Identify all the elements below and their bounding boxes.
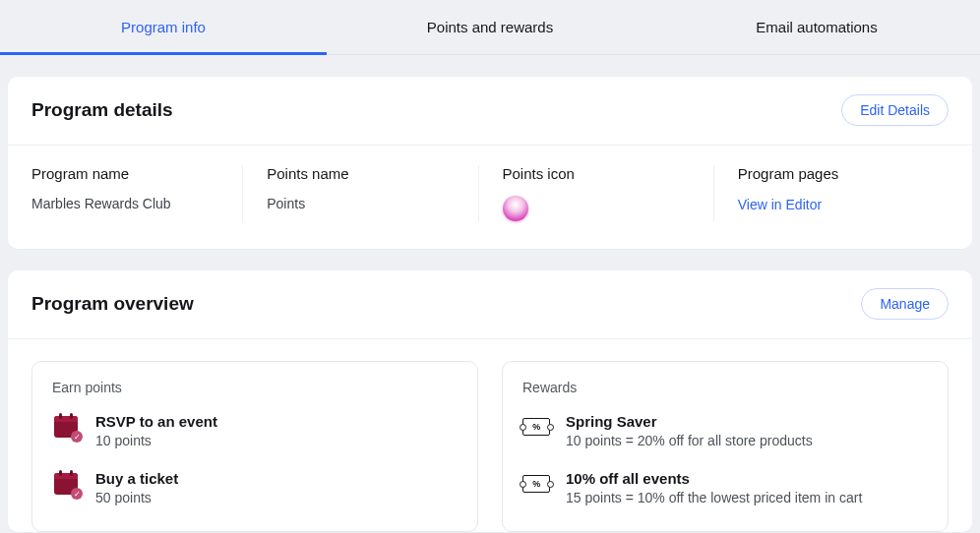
edit-details-button[interactable]: Edit Details	[841, 94, 949, 126]
field-label: Points icon	[503, 165, 690, 182]
field-value: Marbles Rewards Club	[31, 196, 218, 211]
list-item-subtitle: 10 points	[95, 433, 458, 448]
tab-program-info[interactable]: Program info	[0, 0, 327, 54]
tab-label: Program info	[121, 19, 206, 35]
coupon-icon: %	[522, 413, 550, 441]
list-item-title: 10% off all events	[566, 470, 928, 487]
manage-button[interactable]: Manage	[861, 288, 949, 320]
earn-points-card: Earn points ✓ RSVP to an event 10 points	[31, 361, 478, 532]
tab-label: Points and rewards	[427, 19, 553, 35]
col-points-name: Points name Points	[242, 165, 477, 221]
points-icon	[503, 196, 528, 221]
page-tabs: Program info Points and rewards Email au…	[0, 0, 980, 55]
program-details-card: Program details Edit Details Program nam…	[8, 77, 972, 249]
field-label: Points name	[267, 165, 454, 182]
list-item: % Spring Saver 10 points = 20% off for a…	[522, 413, 928, 448]
program-details-header: Program details Edit Details	[8, 77, 972, 145]
tab-points-rewards[interactable]: Points and rewards	[327, 0, 653, 54]
list-item-title: Spring Saver	[566, 413, 928, 430]
section-title: Program overview	[31, 293, 194, 315]
col-program-pages: Program pages View in Editor	[713, 165, 949, 221]
list-item-subtitle: 10 points = 20% off for all store produc…	[566, 433, 928, 448]
list-item: ✓ RSVP to an event 10 points	[52, 413, 458, 448]
list-item-subtitle: 15 points = 10% off the lowest priced it…	[566, 490, 928, 505]
field-label: Program pages	[738, 165, 925, 182]
coupon-icon: %	[522, 470, 550, 498]
field-label: Program name	[31, 165, 218, 182]
list-item: ✓ Buy a ticket 50 points	[52, 470, 458, 505]
rewards-card: Rewards % Spring Saver 10 points = 20% o…	[502, 361, 949, 532]
list-item-title: RSVP to an event	[95, 413, 458, 430]
inner-card-title: Earn points	[52, 380, 458, 395]
list-item-text: RSVP to an event 10 points	[95, 413, 458, 448]
list-item: % 10% off all events 15 points = 10% off…	[522, 470, 928, 505]
list-item-text: Buy a ticket 50 points	[95, 470, 458, 505]
list-item-subtitle: 50 points	[95, 490, 458, 505]
view-in-editor-link[interactable]: View in Editor	[738, 197, 822, 212]
calendar-check-icon: ✓	[52, 470, 80, 498]
list-item-text: Spring Saver 10 points = 20% off for all…	[566, 413, 928, 448]
inner-card-title: Rewards	[522, 380, 928, 395]
list-item-text: 10% off all events 15 points = 10% off t…	[566, 470, 928, 505]
field-value: Points	[267, 196, 454, 211]
col-program-name: Program name Marbles Rewards Club	[31, 165, 242, 221]
tab-label: Email automations	[756, 19, 877, 35]
col-points-icon: Points icon	[478, 165, 713, 221]
tab-email-automations[interactable]: Email automations	[653, 0, 980, 54]
list-item-title: Buy a ticket	[95, 470, 458, 487]
section-title: Program details	[31, 99, 173, 121]
program-overview-body: Earn points ✓ RSVP to an event 10 points	[8, 339, 972, 532]
program-overview-header: Program overview Manage	[8, 270, 972, 338]
calendar-check-icon: ✓	[52, 413, 80, 441]
program-details-row: Program name Marbles Rewards Club Points…	[8, 146, 972, 249]
program-overview-card: Program overview Manage Earn points ✓ R	[8, 270, 972, 532]
